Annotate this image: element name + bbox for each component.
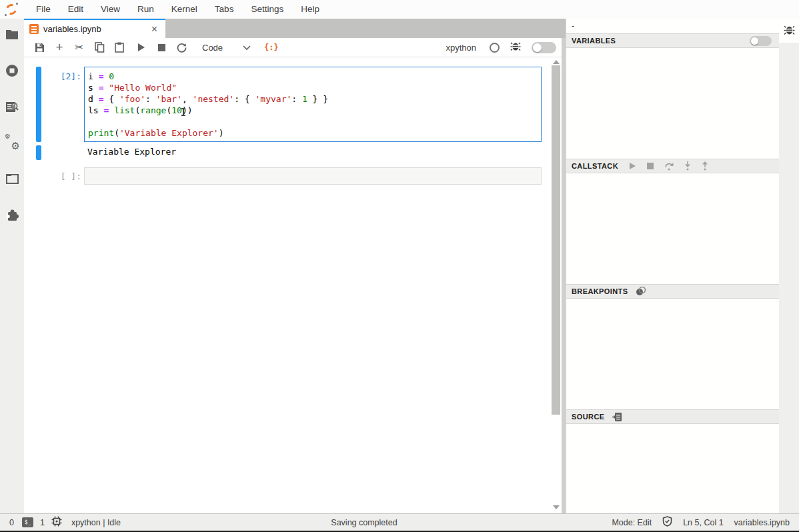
restart-kernel-button[interactable] [171,39,191,56]
kernel-status-text[interactable]: xpython | Idle [71,518,121,527]
scrollbar-down-arrow-icon[interactable] [553,505,560,509]
open-tabs-panel-icon[interactable] [4,171,20,187]
debugger-tab[interactable] [779,19,799,43]
editor-mode-indicator[interactable]: Mode: Edit [612,518,652,527]
kernels-count[interactable]: 1 [40,518,45,527]
menu-item-edit[interactable]: Edit [59,0,92,19]
terminals-count[interactable]: 0 [9,518,14,527]
cell-output-text: Variable Explorer [87,147,176,157]
run-cell-button[interactable] [131,39,151,56]
output-collapser[interactable] [36,145,41,160]
save-button[interactable] [29,39,49,56]
remove-all-breakpoints-icon[interactable] [636,287,646,296]
callstack-section-header[interactable]: CALLSTACK [566,159,780,173]
trusted-shield-icon[interactable] [662,516,672,529]
save-status-message: Saving completed [297,518,431,527]
terminal-icon[interactable]: $_ [22,517,33,527]
cut-cell-button[interactable]: ✂ [69,39,89,56]
execution-count-prompt: [2]: [39,71,81,81]
chevron-down-icon [243,41,251,53]
bug-icon [784,24,795,38]
menu-item-tabs[interactable]: Tabs [206,0,243,19]
active-filename: variables.ipynb [734,518,790,527]
menu-item-view[interactable]: View [92,0,129,19]
variables-view-toggle[interactable] [750,36,772,46]
debug-step-in-icon[interactable] [684,161,691,171]
debugger-toggle-switch[interactable] [532,42,556,53]
jupyter-logo-icon [5,3,18,16]
tab-close-icon[interactable]: × [149,24,160,35]
variables-label: VARIABLES [572,37,616,45]
cell-type-dropdown[interactable]: Code [202,41,251,53]
notebook-file-icon [29,24,39,34]
debug-terminate-icon[interactable] [647,163,654,169]
property-inspector-icon[interactable] [4,99,20,115]
running-kernels-icon[interactable] [4,63,20,79]
kernel-status-icon [490,43,500,53]
tab-title: variables.ipynb [43,24,149,34]
settings-gears-icon[interactable]: ⚙⚙ [4,135,20,151]
code-cell-editor[interactable]: i = 0s = "Hello World"d = { 'foo': 'bar'… [84,67,542,142]
copy-cell-button[interactable] [89,39,109,56]
menu-item-help[interactable]: Help [292,0,328,19]
empty-cell-prompt: [ ]: [39,171,81,181]
debug-continue-icon[interactable] [629,162,636,170]
cell-type-value: Code [202,43,223,53]
notebook-format-icon: {:} [264,43,279,52]
debugger-bug-icon[interactable] [510,41,521,54]
text-cursor-pointer [183,108,184,116]
paste-cell-button[interactable] [109,39,129,56]
extension-manager-puzzle-icon[interactable] [4,207,20,223]
dock-tab-bar: variables.ipynb × [24,19,566,38]
tab-variables-ipynb[interactable]: variables.ipynb × [24,19,165,38]
debug-step-out-icon[interactable] [702,161,708,171]
left-sidebar: ⚙⚙ [0,19,24,513]
variables-section-header[interactable]: VARIABLES [566,33,780,48]
status-bar: 0 $_ 1 xpython | Idle Saving completed M… [0,513,799,531]
debug-step-over-icon[interactable] [664,162,674,171]
debugger-panel-title: - [566,19,779,33]
source-label: SOURCE [572,413,604,421]
menu-item-run[interactable]: Run [129,0,163,19]
breakpoints-section-header[interactable]: BREAKPOINTS [566,284,780,299]
callstack-label: CALLSTACK [572,162,618,170]
notebook-scrollbar[interactable] [551,59,561,512]
empty-cell-editor[interactable] [84,167,542,185]
kernel-chip-icon[interactable] [51,516,62,529]
interrupt-kernel-button[interactable] [151,39,171,56]
menu-item-kernel[interactable]: Kernel [163,0,206,19]
debugger-sidebar-panel: - VARIABLES CALLSTACK BREAKPOINTS SOURCE [566,19,779,513]
source-section-header[interactable]: SOURCE [566,409,780,424]
add-cell-button[interactable]: + [49,39,69,56]
right-sidebar-strip [779,19,799,513]
notebook-toolbar: + ✂ Code {:} xpython [24,38,566,57]
menu-item-settings[interactable]: Settings [242,0,292,19]
scrollbar-thumb[interactable] [552,65,560,415]
top-menu-bar: File Edit View Run Kernel Tabs Settings … [0,0,799,19]
cursor-position-indicator[interactable]: Ln 5, Col 1 [683,518,723,527]
menu-item-file[interactable]: File [27,0,59,19]
breakpoints-label: BREAKPOINTS [572,287,628,295]
code-lines: i = 0s = "Hello World"d = { 'foo': 'bar'… [88,71,538,139]
notebook-panel: [2]: i = 0s = "Hello World"d = { 'foo': … [24,57,566,513]
kernel-name-button[interactable]: xpython [446,43,476,53]
open-source-file-icon[interactable] [612,412,622,422]
file-browser-folder-icon[interactable] [4,27,20,43]
scrollbar-up-arrow-icon[interactable] [553,60,560,64]
